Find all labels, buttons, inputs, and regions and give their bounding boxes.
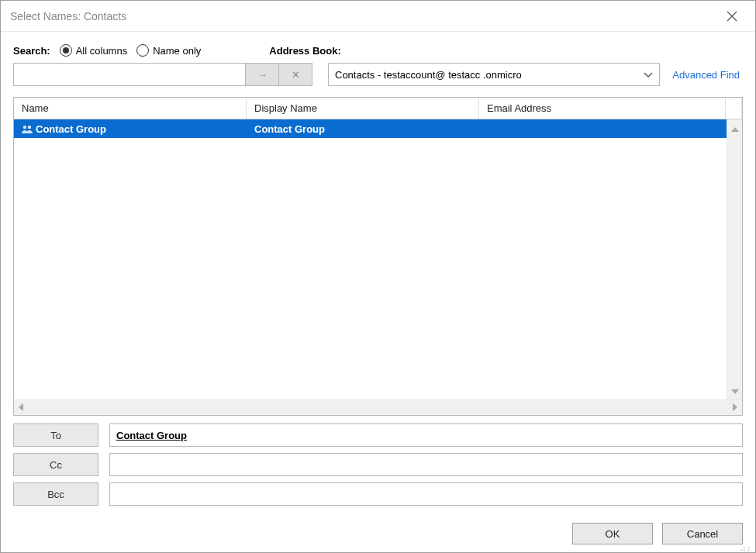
- radio-all-columns-label: All columns: [76, 45, 127, 57]
- column-name[interactable]: Name: [14, 98, 247, 119]
- cell-name: Contact Group: [36, 123, 106, 135]
- cc-row: Cc: [13, 453, 743, 476]
- cc-field[interactable]: [109, 453, 743, 476]
- svg-point-3: [28, 126, 31, 129]
- table-row[interactable]: Contact Group Contact Group: [14, 119, 727, 138]
- radio-dot-icon: [60, 44, 72, 57]
- to-field[interactable]: Contact Group: [109, 423, 743, 447]
- ok-button[interactable]: OK: [572, 523, 653, 544]
- radio-dot-icon: [136, 44, 149, 57]
- window-title: Select Names: Contacts: [10, 10, 718, 22]
- contacts-grid: Name Display Name Email Address Contact …: [13, 97, 743, 416]
- bcc-row: Bcc: [13, 482, 743, 506]
- column-email-address[interactable]: Email Address: [479, 98, 726, 119]
- input-row: → ✕ Contacts - testaccount@ testacc .onm…: [13, 63, 743, 86]
- to-value: Contact Group: [116, 430, 187, 441]
- grid-rows: Contact Group Contact Group: [14, 119, 727, 399]
- close-button[interactable]: [718, 1, 746, 31]
- scroll-up-icon[interactable]: [731, 119, 739, 137]
- scroll-down-icon[interactable]: [731, 382, 739, 399]
- svg-point-2: [23, 126, 26, 129]
- search-input[interactable]: [13, 63, 246, 86]
- vertical-scrollbar[interactable]: [727, 119, 742, 399]
- cell-display-name: Contact Group: [254, 123, 325, 135]
- radio-name-only[interactable]: Name only: [136, 44, 201, 57]
- dialog-footer: OK Cancel ⠴⠆: [1, 513, 755, 552]
- grid-body: Contact Group Contact Group: [14, 119, 742, 399]
- dialog-content: Search: All columns Name only Address Bo…: [1, 32, 755, 513]
- filter-row: Search: All columns Name only Address Bo…: [13, 44, 743, 57]
- advanced-find-link[interactable]: Advanced Find: [672, 69, 743, 81]
- titlebar: Select Names: Contacts: [1, 1, 755, 32]
- scroll-right-icon[interactable]: [728, 402, 742, 413]
- contact-group-icon: [22, 124, 33, 133]
- address-book-selected: Contacts - testaccount@ testacc .onmicro: [335, 69, 522, 81]
- clear-search-button[interactable]: ✕: [278, 63, 312, 86]
- radio-all-columns[interactable]: All columns: [60, 44, 127, 57]
- chevron-down-icon: [644, 69, 653, 81]
- horizontal-scrollbar[interactable]: [14, 399, 742, 415]
- arrow-right-icon: →: [257, 69, 268, 81]
- search-label: Search:: [13, 45, 50, 57]
- column-display-name[interactable]: Display Name: [247, 98, 479, 119]
- x-icon: ✕: [292, 69, 300, 81]
- grid-header: Name Display Name Email Address: [14, 98, 742, 119]
- to-button[interactable]: To: [13, 423, 98, 447]
- cancel-button[interactable]: Cancel: [662, 523, 743, 544]
- bcc-button[interactable]: Bcc: [13, 482, 98, 506]
- select-names-dialog: Select Names: Contacts Search: All colum…: [0, 0, 756, 553]
- recipient-area: To Contact Group Cc Bcc: [13, 423, 743, 506]
- radio-name-only-label: Name only: [153, 45, 201, 57]
- scroll-left-icon[interactable]: [14, 402, 28, 413]
- column-spacer: [726, 98, 742, 119]
- resize-grip-icon: ⠴⠆: [740, 546, 754, 551]
- cc-button[interactable]: Cc: [13, 453, 98, 476]
- bcc-field[interactable]: [109, 482, 743, 506]
- close-icon: [727, 11, 737, 22]
- address-book-label: Address Book:: [269, 45, 340, 57]
- address-book-select[interactable]: Contacts - testaccount@ testacc .onmicro: [328, 63, 660, 86]
- go-button[interactable]: →: [245, 63, 279, 86]
- to-row: To Contact Group: [13, 423, 743, 447]
